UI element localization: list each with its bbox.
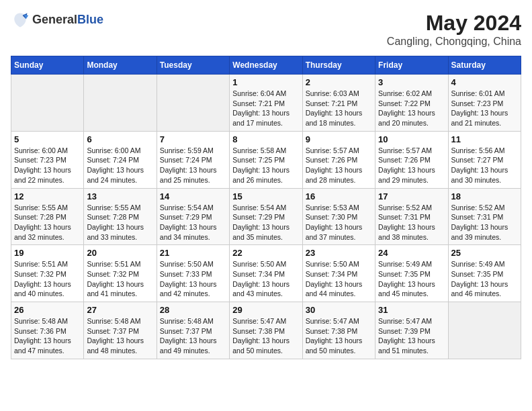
calendar-week-5: 26Sunrise: 5:48 AM Sunset: 7:36 PM Dayli… bbox=[11, 302, 521, 359]
day-number: 15 bbox=[232, 191, 299, 201]
day-info: Sunrise: 6:03 AM Sunset: 7:21 PM Dayligh… bbox=[306, 89, 372, 128]
calendar-cell: 3Sunrise: 6:02 AM Sunset: 7:22 PM Daylig… bbox=[375, 75, 448, 132]
calendar-cell: 7Sunrise: 5:59 AM Sunset: 7:24 PM Daylig… bbox=[157, 131, 229, 188]
day-info: Sunrise: 5:56 AM Sunset: 7:27 PM Dayligh… bbox=[451, 146, 518, 185]
day-info: Sunrise: 6:02 AM Sunset: 7:22 PM Dayligh… bbox=[378, 89, 445, 128]
day-number: 6 bbox=[87, 134, 153, 144]
calendar-cell: 13Sunrise: 5:55 AM Sunset: 7:28 PM Dayli… bbox=[84, 188, 157, 245]
day-number: 7 bbox=[160, 134, 226, 144]
day-number: 19 bbox=[14, 248, 81, 258]
calendar-cell: 29Sunrise: 5:47 AM Sunset: 7:38 PM Dayli… bbox=[230, 302, 302, 359]
day-number: 16 bbox=[306, 191, 372, 201]
calendar-cell bbox=[448, 302, 521, 359]
day-info: Sunrise: 5:59 AM Sunset: 7:24 PM Dayligh… bbox=[160, 146, 226, 185]
calendar-cell: 24Sunrise: 5:49 AM Sunset: 7:35 PM Dayli… bbox=[375, 245, 448, 302]
location: Cangling, Chongqing, China bbox=[387, 36, 521, 48]
day-number: 5 bbox=[14, 134, 81, 144]
day-info: Sunrise: 5:52 AM Sunset: 7:31 PM Dayligh… bbox=[378, 203, 445, 242]
month-year: May 2024 bbox=[387, 11, 521, 36]
calendar-cell: 28Sunrise: 5:48 AM Sunset: 7:37 PM Dayli… bbox=[157, 302, 229, 359]
calendar-cell: 5Sunrise: 6:00 AM Sunset: 7:23 PM Daylig… bbox=[11, 131, 84, 188]
calendar: SundayMondayTuesdayWednesdayThursdayFrid… bbox=[11, 56, 521, 359]
calendar-week-1: 1Sunrise: 6:04 AM Sunset: 7:21 PM Daylig… bbox=[11, 75, 521, 132]
calendar-cell bbox=[11, 75, 84, 132]
day-number: 20 bbox=[87, 248, 153, 258]
weekday-header-wednesday: Wednesday bbox=[230, 56, 302, 75]
day-info: Sunrise: 5:48 AM Sunset: 7:37 PM Dayligh… bbox=[87, 316, 153, 356]
weekday-header-saturday: Saturday bbox=[448, 56, 521, 75]
day-info: Sunrise: 5:54 AM Sunset: 7:29 PM Dayligh… bbox=[232, 203, 299, 242]
day-info: Sunrise: 5:57 AM Sunset: 7:26 PM Dayligh… bbox=[378, 146, 445, 185]
weekday-header-thursday: Thursday bbox=[302, 56, 375, 75]
calendar-cell: 18Sunrise: 5:52 AM Sunset: 7:31 PM Dayli… bbox=[448, 188, 521, 245]
day-info: Sunrise: 5:55 AM Sunset: 7:28 PM Dayligh… bbox=[14, 203, 81, 242]
calendar-cell: 10Sunrise: 5:57 AM Sunset: 7:26 PM Dayli… bbox=[375, 131, 448, 188]
day-info: Sunrise: 5:49 AM Sunset: 7:35 PM Dayligh… bbox=[378, 259, 445, 299]
day-number: 25 bbox=[451, 248, 518, 258]
day-info: Sunrise: 5:51 AM Sunset: 7:32 PM Dayligh… bbox=[14, 259, 81, 299]
day-info: Sunrise: 5:48 AM Sunset: 7:36 PM Dayligh… bbox=[14, 316, 81, 356]
calendar-cell: 9Sunrise: 5:57 AM Sunset: 7:26 PM Daylig… bbox=[302, 131, 375, 188]
logo-blue: Blue bbox=[77, 13, 103, 27]
day-number: 4 bbox=[451, 77, 518, 87]
day-number: 18 bbox=[451, 191, 518, 201]
day-info: Sunrise: 5:47 AM Sunset: 7:39 PM Dayligh… bbox=[378, 316, 445, 356]
day-number: 31 bbox=[378, 305, 445, 315]
calendar-cell: 12Sunrise: 5:55 AM Sunset: 7:28 PM Dayli… bbox=[11, 188, 84, 245]
calendar-cell: 19Sunrise: 5:51 AM Sunset: 7:32 PM Dayli… bbox=[11, 245, 84, 302]
calendar-cell: 21Sunrise: 5:50 AM Sunset: 7:33 PM Dayli… bbox=[157, 245, 229, 302]
calendar-cell: 1Sunrise: 6:04 AM Sunset: 7:21 PM Daylig… bbox=[230, 75, 302, 132]
day-number: 22 bbox=[232, 248, 299, 258]
day-info: Sunrise: 5:47 AM Sunset: 7:38 PM Dayligh… bbox=[232, 316, 299, 356]
calendar-cell bbox=[84, 75, 157, 132]
calendar-cell: 25Sunrise: 5:49 AM Sunset: 7:35 PM Dayli… bbox=[448, 245, 521, 302]
day-info: Sunrise: 5:50 AM Sunset: 7:33 PM Dayligh… bbox=[160, 259, 226, 299]
calendar-cell: 27Sunrise: 5:48 AM Sunset: 7:37 PM Dayli… bbox=[84, 302, 157, 359]
calendar-cell: 23Sunrise: 5:50 AM Sunset: 7:34 PM Dayli… bbox=[302, 245, 375, 302]
day-number: 12 bbox=[14, 191, 81, 201]
weekday-header-friday: Friday bbox=[375, 56, 448, 75]
day-info: Sunrise: 6:00 AM Sunset: 7:23 PM Dayligh… bbox=[14, 146, 81, 185]
day-number: 17 bbox=[378, 191, 445, 201]
day-info: Sunrise: 5:55 AM Sunset: 7:28 PM Dayligh… bbox=[87, 203, 153, 242]
day-number: 28 bbox=[160, 305, 226, 315]
day-number: 27 bbox=[87, 305, 153, 315]
day-number: 30 bbox=[306, 305, 372, 315]
day-info: Sunrise: 6:04 AM Sunset: 7:21 PM Dayligh… bbox=[232, 89, 299, 128]
day-info: Sunrise: 5:57 AM Sunset: 7:26 PM Dayligh… bbox=[306, 146, 372, 185]
calendar-cell: 15Sunrise: 5:54 AM Sunset: 7:29 PM Dayli… bbox=[230, 188, 302, 245]
day-info: Sunrise: 5:51 AM Sunset: 7:32 PM Dayligh… bbox=[87, 259, 153, 299]
day-info: Sunrise: 5:49 AM Sunset: 7:35 PM Dayligh… bbox=[451, 259, 518, 299]
calendar-cell: 17Sunrise: 5:52 AM Sunset: 7:31 PM Dayli… bbox=[375, 188, 448, 245]
calendar-week-3: 12Sunrise: 5:55 AM Sunset: 7:28 PM Dayli… bbox=[11, 188, 521, 245]
calendar-week-4: 19Sunrise: 5:51 AM Sunset: 7:32 PM Dayli… bbox=[11, 245, 521, 302]
calendar-cell: 2Sunrise: 6:03 AM Sunset: 7:21 PM Daylig… bbox=[302, 75, 375, 132]
day-number: 3 bbox=[378, 77, 445, 87]
day-number: 9 bbox=[306, 134, 372, 144]
calendar-cell: 20Sunrise: 5:51 AM Sunset: 7:32 PM Dayli… bbox=[84, 245, 157, 302]
logo-icon bbox=[11, 11, 30, 30]
day-number: 24 bbox=[378, 248, 445, 258]
calendar-cell: 31Sunrise: 5:47 AM Sunset: 7:39 PM Dayli… bbox=[375, 302, 448, 359]
day-number: 29 bbox=[232, 305, 299, 315]
logo: GeneralBlue bbox=[11, 11, 103, 30]
day-number: 23 bbox=[306, 248, 372, 258]
day-info: Sunrise: 6:00 AM Sunset: 7:24 PM Dayligh… bbox=[87, 146, 153, 185]
calendar-cell bbox=[157, 75, 229, 132]
calendar-cell: 8Sunrise: 5:58 AM Sunset: 7:25 PM Daylig… bbox=[230, 131, 302, 188]
day-info: Sunrise: 6:01 AM Sunset: 7:23 PM Dayligh… bbox=[451, 89, 518, 128]
day-info: Sunrise: 5:50 AM Sunset: 7:34 PM Dayligh… bbox=[306, 259, 372, 299]
weekday-row: SundayMondayTuesdayWednesdayThursdayFrid… bbox=[11, 56, 521, 75]
calendar-cell: 14Sunrise: 5:54 AM Sunset: 7:29 PM Dayli… bbox=[157, 188, 229, 245]
calendar-cell: 26Sunrise: 5:48 AM Sunset: 7:36 PM Dayli… bbox=[11, 302, 84, 359]
weekday-header-tuesday: Tuesday bbox=[157, 56, 229, 75]
weekday-header-monday: Monday bbox=[84, 56, 157, 75]
day-number: 2 bbox=[306, 77, 372, 87]
day-info: Sunrise: 5:54 AM Sunset: 7:29 PM Dayligh… bbox=[160, 203, 226, 242]
calendar-cell: 11Sunrise: 5:56 AM Sunset: 7:27 PM Dayli… bbox=[448, 131, 521, 188]
logo-text: GeneralBlue bbox=[32, 13, 103, 27]
day-info: Sunrise: 5:48 AM Sunset: 7:37 PM Dayligh… bbox=[160, 316, 226, 356]
calendar-header: SundayMondayTuesdayWednesdayThursdayFrid… bbox=[11, 56, 521, 75]
day-number: 10 bbox=[378, 134, 445, 144]
day-info: Sunrise: 5:52 AM Sunset: 7:31 PM Dayligh… bbox=[451, 203, 518, 242]
